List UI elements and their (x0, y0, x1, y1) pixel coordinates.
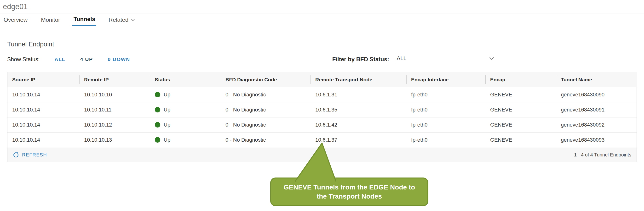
table-header-row: Source IP Remote IP Status BFD Diagnosti… (8, 72, 637, 87)
remote-transport-node-cell: 10.6.1.35 (310, 102, 406, 117)
column-header-remote-ip: Remote IP (79, 72, 150, 87)
status-label: Up (164, 107, 170, 113)
status-filter-up[interactable]: 4 UP (80, 56, 93, 62)
status-up-icon (155, 92, 160, 97)
status-label: Up (164, 92, 170, 98)
remote-transport-node-cell: 10.6.1.42 (310, 117, 406, 133)
bfd-code-cell: 0 - No Diagnostic (221, 102, 310, 117)
bfd-filter-group: Filter by BFD Status: ALL (332, 55, 496, 64)
tab-related-label: Related (108, 16, 128, 23)
bfd-status-select[interactable]: ALL (395, 55, 496, 64)
column-header-tunnel-name: Tunnel Name (556, 72, 637, 87)
status-cell: Up (150, 87, 221, 102)
tunnel-name-cell: geneve168430090 (556, 87, 637, 102)
tab-overview-label: Overview (4, 16, 28, 23)
page-header: edge01 (0, 0, 644, 13)
column-header-source-ip: Source IP (8, 72, 79, 87)
callout-pointer (293, 141, 338, 182)
table-row[interactable]: 10.10.10.14 10.10.10.10 Up 0 - No Diagno… (8, 87, 637, 102)
remote-ip-cell: 10.10.10.10 (79, 87, 150, 102)
status-filter-down[interactable]: 0 DOWN (108, 56, 130, 62)
column-header-encap-interface: Encap Interface (406, 72, 486, 87)
encap-interface-cell: fp-eth0 (406, 133, 486, 148)
column-header-status: Status (150, 72, 221, 87)
encap-interface-cell: fp-eth0 (406, 102, 486, 117)
tunnel-name-cell: geneve168430093 (556, 133, 637, 148)
status-up-icon (155, 122, 160, 128)
status-cell: Up (150, 133, 221, 148)
refresh-button[interactable]: REFRESH (13, 152, 47, 158)
encap-cell: GENEVE (486, 117, 556, 133)
table-row[interactable]: 10.10.10.14 10.10.10.12 Up 0 - No Diagno… (8, 117, 637, 133)
chevron-down-icon (489, 57, 494, 60)
status-label: Up (164, 137, 170, 143)
bfd-code-cell: 0 - No Diagnostic (221, 87, 310, 102)
tunnel-name-cell: geneve168430092 (556, 117, 637, 133)
tab-tunnels[interactable]: Tunnels (72, 13, 96, 26)
refresh-icon (13, 152, 19, 158)
encap-cell: GENEVE (486, 133, 556, 148)
source-ip-cell: 10.10.10.14 (8, 102, 79, 117)
tab-bar: Overview Monitor Tunnels Related (0, 13, 644, 26)
encap-interface-cell: fp-eth0 (406, 87, 486, 102)
section-title: Tunnel Endpoint (7, 41, 637, 48)
tab-tunnels-label: Tunnels (74, 16, 95, 22)
source-ip-cell: 10.10.10.14 (8, 117, 79, 133)
controls-row: Show Status: ALL 4 UP 0 DOWN Filter by B… (7, 55, 637, 64)
status-cell: Up (150, 102, 221, 117)
encap-cell: GENEVE (486, 102, 556, 117)
column-header-encap: Encap (486, 72, 556, 87)
tab-overview[interactable]: Overview (2, 13, 29, 26)
bfd-filter-label: Filter by BFD Status: (332, 56, 389, 63)
status-up-icon (155, 107, 160, 112)
tab-monitor[interactable]: Monitor (40, 13, 61, 26)
table-row[interactable]: 10.10.10.14 10.10.10.11 Up 0 - No Diagno… (8, 102, 637, 117)
callout-text-line2: the Transport Nodes (271, 192, 428, 201)
callout-text-line1: GENEVE Tunnels from the EDGE Node to (271, 183, 428, 192)
column-header-remote-transport-node: Remote Transport Node (310, 72, 406, 87)
pagination-count: 1 - 4 of 4 Tunnel Endpoints (574, 152, 631, 158)
status-label: Up (164, 122, 170, 128)
remote-ip-cell: 10.10.10.11 (79, 102, 150, 117)
remote-ip-cell: 10.10.10.12 (79, 117, 150, 133)
status-cell: Up (150, 117, 221, 133)
source-ip-cell: 10.10.10.14 (8, 87, 79, 102)
source-ip-cell: 10.10.10.14 (8, 133, 79, 148)
status-up-icon (155, 137, 160, 143)
show-status-group: Show Status: ALL 4 UP 0 DOWN (7, 56, 130, 63)
bfd-status-selected-value: ALL (397, 55, 406, 61)
tab-related[interactable]: Related (107, 13, 136, 26)
tab-monitor-label: Monitor (41, 16, 60, 23)
refresh-label: REFRESH (22, 152, 47, 158)
remote-transport-node-cell: 10.6.1.31 (310, 87, 406, 102)
tunnel-name-cell: geneve168430091 (556, 102, 637, 117)
show-status-label: Show Status: (7, 56, 40, 63)
remote-ip-cell: 10.10.10.13 (79, 133, 150, 148)
encap-cell: GENEVE (486, 87, 556, 102)
bfd-code-cell: 0 - No Diagnostic (221, 117, 310, 133)
status-filter-all[interactable]: ALL (54, 56, 66, 62)
chevron-down-icon (131, 18, 135, 21)
encap-interface-cell: fp-eth0 (406, 117, 486, 133)
column-header-bfd-diagnostic-code: BFD Diagnostic Code (221, 72, 310, 87)
page-title: edge01 (3, 2, 644, 11)
